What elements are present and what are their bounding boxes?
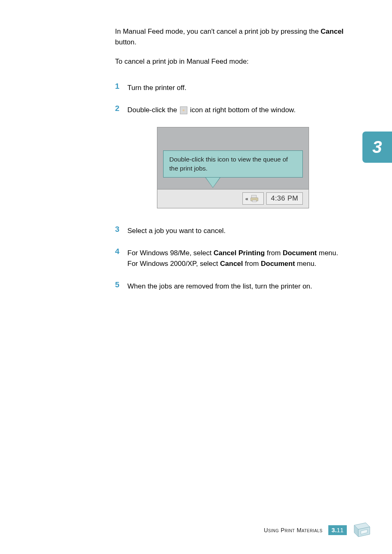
step-number: 1 xyxy=(115,82,127,93)
text-bold: Cancel xyxy=(321,28,344,35)
step-number: 2 xyxy=(115,104,127,115)
step-text: For Windows 98/Me, select Cancel Printin… xyxy=(127,248,351,270)
page-footer: Using Print Materials 3.11 xyxy=(264,522,371,538)
figure-background-top xyxy=(157,127,309,149)
text: from xyxy=(243,260,261,268)
step-5: 5 When the jobs are removed from the lis… xyxy=(115,281,351,292)
text-bold: Cancel xyxy=(220,260,243,268)
step-2: 2 Double-click the icon at right bottom … xyxy=(115,105,351,115)
chapter-thumb-tab: 3 xyxy=(362,132,392,163)
step-text: Turn the printer off. xyxy=(127,83,351,93)
tray-icon-group: « xyxy=(242,192,264,205)
chapter-number: 3 xyxy=(372,137,382,157)
text: button. xyxy=(115,38,136,46)
text-bold: Document xyxy=(283,249,317,257)
figure-mid: Double-click this icon to view the queue… xyxy=(157,149,309,177)
chapter-prefix: 3. xyxy=(332,526,337,533)
step-4: 4 For Windows 98/Me, select Cancel Print… xyxy=(115,248,351,270)
text: In Manual Feed mode, you can't cancel a … xyxy=(115,28,321,35)
step-3: 3 Select a job you want to cancel. xyxy=(115,226,351,236)
text: For Windows 98/Me, select xyxy=(127,249,214,257)
systray-figure: Double-click this icon to view the queue… xyxy=(157,127,309,208)
printer-tray-icon xyxy=(180,106,187,114)
text-bold: Document xyxy=(261,260,295,268)
text: Double-click the xyxy=(127,106,179,114)
text: icon at right bottom of the window. xyxy=(188,106,296,114)
printer-systray-icon xyxy=(250,194,259,203)
text-bold: Cancel Printing xyxy=(214,249,265,257)
step-number: 4 xyxy=(115,247,127,270)
text: For Windows 2000/XP, select xyxy=(127,260,220,268)
text: menu. xyxy=(317,249,338,257)
step-text: When the jobs are removed from the list,… xyxy=(127,281,351,292)
tray-clock: 4:36 PM xyxy=(266,192,303,205)
step-number: 5 xyxy=(115,280,127,292)
step-1: 1 Turn the printer off. xyxy=(115,83,351,93)
step-number: 3 xyxy=(115,225,127,236)
step-text: Double-click the icon at right bottom of… xyxy=(127,105,351,115)
tray-expand-icon: « xyxy=(245,196,247,202)
page-number-badge: 3.11 xyxy=(328,525,347,535)
page-number: 11 xyxy=(337,526,344,533)
printer-footer-icon xyxy=(353,522,371,538)
intro-paragraph-2: To cancel a print job in Manual Feed mod… xyxy=(115,56,351,67)
intro-paragraph-1: In Manual Feed mode, you can't cancel a … xyxy=(115,26,351,47)
svg-rect-2 xyxy=(252,200,256,202)
tray-time-text: 4:36 PM xyxy=(271,194,298,203)
system-tray: « 4:36 PM xyxy=(157,189,309,208)
text: menu. xyxy=(295,260,316,268)
footer-section-title: Using Print Materials xyxy=(264,527,323,533)
tooltip-pointer-row xyxy=(157,178,309,189)
text: from xyxy=(265,249,282,257)
tooltip-callout: Double-click this icon to view the queue… xyxy=(163,150,303,177)
step-text: Select a job you want to cancel. xyxy=(127,226,351,236)
